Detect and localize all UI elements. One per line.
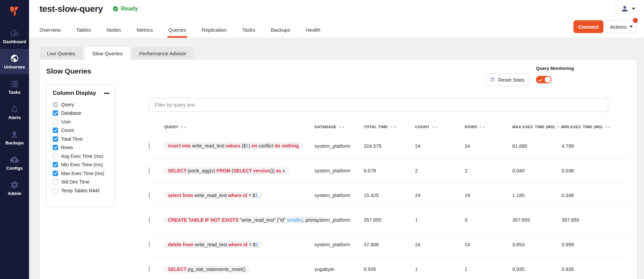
nav-tab-queries[interactable]: Queries	[169, 24, 186, 38]
column-header-label: MAX EXEC TIME (MS)	[512, 125, 555, 129]
actions-label: Actions	[610, 24, 626, 30]
sort-arrows-icon[interactable]	[338, 126, 344, 128]
table-row[interactable]: SELECT pg_stat_statements_reset()yugabyt…	[149, 257, 629, 279]
column-header-query[interactable]: QUERY	[164, 125, 314, 129]
checkbox-icon[interactable]	[53, 188, 58, 193]
table-row[interactable]: SELECT jsonb_agg(x) FROM (SELECT version…	[149, 158, 629, 183]
checkbox-icon[interactable]	[53, 179, 58, 185]
sidebar-item-configs[interactable]: Configs	[0, 150, 29, 175]
nav-tab-replication[interactable]: Replication	[202, 24, 227, 38]
sort-arrows-icon[interactable]	[390, 126, 396, 128]
min-exec-time-cell: 0.999	[562, 242, 629, 247]
min-exec-time-cell: 0.935	[562, 267, 629, 272]
query-text[interactable]: select from write_read_test where id = $…	[164, 192, 262, 198]
column-option-avg-exec-time-ms[interactable]: Avg Exec Time (ms)	[53, 152, 109, 161]
connect-button[interactable]: Connect	[573, 20, 603, 33]
sidebar-item-alerts[interactable]: Alerts	[0, 100, 29, 125]
page-title: test-slow-query	[40, 4, 103, 14]
alerts-bell-icon	[10, 105, 19, 113]
checkbox-icon[interactable]	[53, 154, 58, 159]
yugabyte-logo-icon[interactable]	[0, 0, 29, 24]
row-checkbox[interactable]	[149, 192, 150, 198]
column-header-min-exec-time-ms[interactable]: MIN EXEC TIME (MS)	[562, 125, 629, 129]
checkbox-icon[interactable]	[53, 162, 58, 167]
query-text[interactable]: delete from write_read_test where id = $…	[164, 242, 262, 248]
backups-upload-icon	[10, 130, 19, 139]
checkbox-icon[interactable]	[53, 136, 58, 142]
content-area: Live QueriesSlow QueriesPerformance Advi…	[29, 38, 644, 279]
column-header-rows[interactable]: ROWS	[465, 125, 512, 129]
checkbox-icon[interactable]	[53, 128, 58, 133]
max-exec-time-cell: 0.040	[512, 168, 562, 173]
table-row[interactable]: select from write_read_test where id = $…	[149, 183, 629, 207]
toggle-knob	[545, 77, 551, 83]
count-cell: 2	[415, 168, 465, 173]
column-option-min-exec-time-ms[interactable]: Min Exec Time (ms)	[53, 161, 109, 169]
query-monitoring-toggle[interactable]	[536, 76, 551, 83]
column-display-card: Column Display QueryDatabaseUserCountTot…	[46, 85, 114, 207]
column-option-temp-tables-ram[interactable]: Temp Tables RAM	[53, 186, 109, 195]
user-menu[interactable]	[615, 0, 641, 18]
database-cell: system_platform	[314, 217, 364, 223]
min-exec-time-cell: 0.038	[562, 168, 629, 173]
sort-arrows-icon[interactable]	[605, 126, 611, 128]
nav-tab-tables[interactable]: Tables	[76, 24, 91, 38]
query-text[interactable]: SELECT pg_stat_statements_reset()	[164, 266, 249, 272]
row-checkbox[interactable]	[149, 167, 150, 174]
sidebar-item-backups[interactable]: Backups	[0, 125, 29, 150]
column-header-database[interactable]: DATABASE	[314, 125, 364, 129]
column-option-label: Database	[61, 110, 81, 116]
column-option-max-exec-time-ms[interactable]: Max Exec Time (ms)	[53, 169, 109, 178]
subtab-performance-advisor[interactable]: Performance Advisor	[132, 47, 194, 60]
query-text[interactable]: CREATE TABLE IF NOT EXISTS "write_read_t…	[164, 217, 322, 223]
nav-tab-tasks[interactable]: Tasks	[242, 24, 255, 38]
column-header-total-time[interactable]: TOTAL TIME	[364, 125, 415, 129]
chevron-down-icon	[632, 8, 635, 10]
sidebar-item-label: Dashboard	[3, 39, 26, 44]
column-option-database[interactable]: Database	[53, 109, 109, 118]
checkbox-icon[interactable]	[53, 119, 58, 124]
subtab-live-queries[interactable]: Live Queries	[40, 47, 83, 60]
checkbox-icon	[53, 102, 58, 107]
table-row[interactable]: CREATE TABLE IF NOT EXISTS "write_read_t…	[149, 207, 629, 232]
row-checkbox[interactable]	[149, 143, 150, 149]
reset-stats-button[interactable]: Reset Stats	[485, 74, 529, 86]
column-header-max-exec-time-ms[interactable]: MAX EXEC TIME (MS)	[512, 125, 562, 129]
column-option-rows[interactable]: Rows	[53, 143, 109, 152]
sort-arrows-icon[interactable]	[432, 126, 438, 128]
column-header-count[interactable]: COUNT	[415, 125, 465, 129]
nav-tab-nodes[interactable]: Nodes	[106, 24, 121, 38]
sidebar-item-tasks[interactable]: Tasks	[0, 74, 29, 100]
sort-arrows-icon[interactable]	[479, 126, 485, 128]
actions-button[interactable]: Actions	[606, 20, 637, 33]
sidebar-item-dashboard[interactable]: Dashboard	[0, 24, 29, 49]
row-checkbox[interactable]	[149, 217, 150, 223]
table-row[interactable]: delete from write_read_test where id = $…	[149, 232, 629, 257]
column-option-user[interactable]: User	[53, 117, 109, 126]
sidebar-item-admin[interactable]: Admin	[0, 175, 29, 201]
sidebar-item-universes[interactable]: Universes	[0, 49, 29, 74]
column-header-label: ROWS	[465, 125, 477, 129]
admin-gear-icon	[10, 180, 19, 189]
nav-tab-metrics[interactable]: Metrics	[136, 24, 153, 38]
query-text[interactable]: SELECT jsonb_agg(x) FROM (SELECT version…	[164, 168, 289, 174]
column-option-total-time[interactable]: Total Time	[53, 135, 109, 143]
tasks-list-icon	[10, 79, 19, 88]
collapse-minus-icon[interactable]	[104, 93, 109, 94]
row-checkbox[interactable]	[149, 241, 150, 248]
table-row[interactable]: insert into write_read_test values ($1) …	[149, 134, 629, 158]
status-badge: Ready	[112, 5, 138, 12]
query-filter-input[interactable]	[149, 98, 608, 112]
column-option-std-dev-time[interactable]: Std Dev Time	[53, 178, 109, 187]
checkbox-icon[interactable]	[53, 145, 58, 150]
nav-tab-backups[interactable]: Backups	[271, 24, 290, 38]
row-checkbox[interactable]	[149, 266, 150, 272]
subtab-slow-queries[interactable]: Slow Queries	[85, 47, 130, 60]
checkbox-icon[interactable]	[53, 110, 58, 116]
sort-arrows-icon[interactable]	[180, 126, 186, 128]
nav-tab-overview[interactable]: Overview	[40, 24, 61, 38]
query-text[interactable]: insert into write_read_test values ($1) …	[164, 143, 303, 149]
column-option-count[interactable]: Count	[53, 126, 109, 135]
checkbox-icon[interactable]	[53, 171, 58, 176]
nav-tab-health[interactable]: Health	[306, 24, 320, 38]
